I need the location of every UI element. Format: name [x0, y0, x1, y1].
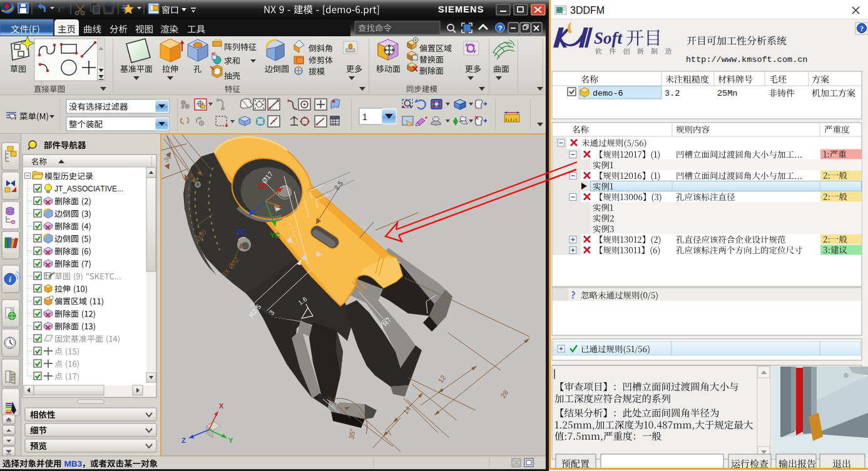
svg-text:3.2: 3.2	[665, 89, 680, 98]
svg-text:25Mn: 25Mn	[717, 89, 737, 98]
svg-text:SIEMENS: SIEMENS	[438, 4, 484, 14]
svg-text:Z: Z	[181, 437, 186, 444]
svg-text:demo-6: demo-6	[593, 89, 623, 98]
svg-text:JT_ASSOCIATIVE...: JT_ASSOCIATIVE...	[54, 185, 123, 193]
svg-text:1: 1	[362, 112, 367, 122]
svg-text:YC: YC	[270, 231, 280, 239]
svg-text:XC: XC	[258, 183, 267, 190]
svg-text:Soft: Soft	[594, 29, 623, 48]
svg-text:3DDFM: 3DDFM	[570, 5, 605, 16]
svg-text:X: X	[219, 402, 224, 410]
svg-text:?: ?	[860, 24, 864, 33]
svg-text:?: ?	[498, 24, 503, 32]
svg-text:ZC: ZC	[237, 228, 246, 236]
svg-text:MB3: MB3	[64, 459, 83, 468]
svg-text:http://www.kmsoft.com.cn: http://www.kmsoft.com.cn	[686, 55, 807, 64]
svg-text:Y: Y	[228, 437, 233, 444]
svg-text:i: i	[9, 275, 11, 284]
